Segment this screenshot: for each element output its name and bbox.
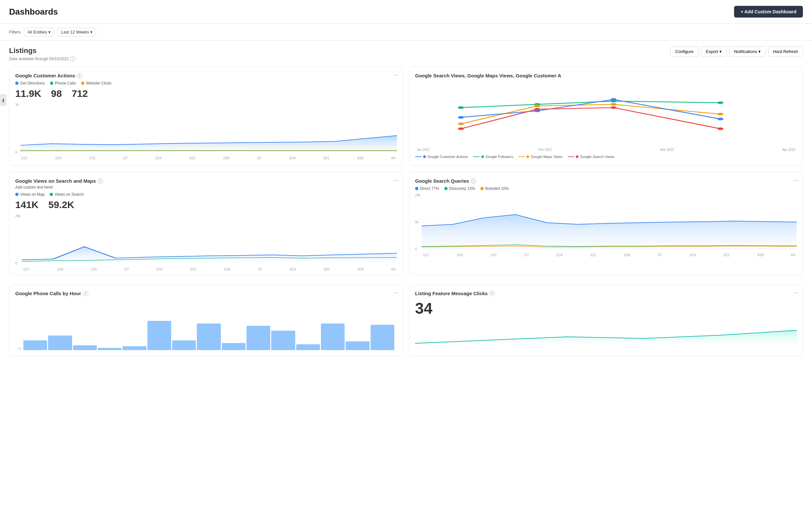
customer-actions-card: ··· Google Customer Actions i Get Direct… bbox=[9, 66, 403, 165]
svg-point-10 bbox=[458, 116, 464, 119]
bar-12 bbox=[321, 323, 345, 350]
legend-website-clicks: Website Clicks bbox=[81, 81, 111, 85]
search-views-title: Google Search Views, Google Maps Views, … bbox=[415, 73, 797, 78]
bar-7 bbox=[197, 323, 221, 350]
notifications-button[interactable]: Notifications ▾ bbox=[729, 47, 765, 57]
customer-actions-x-labels: 1/17 1/24 1/31 2/7 2/14 2/21 2/28 3/7 3/… bbox=[20, 155, 397, 160]
search-queries-x-labels: 1/17 1/24 1/31 2/7 2/14 2/21 2/28 3/7 3/… bbox=[422, 252, 797, 257]
all-entities-select[interactable]: All Entities ▾ bbox=[24, 28, 54, 36]
search-queries-more-button[interactable]: ··· bbox=[793, 177, 798, 184]
period-select[interactable]: Last 12 Weeks ▾ bbox=[57, 28, 96, 36]
legend-search-views: Google Search Views bbox=[568, 155, 614, 159]
search-queries-legend: Direct 77% Discovery 13% Branded 10% bbox=[415, 186, 797, 191]
bar-9 bbox=[246, 326, 270, 350]
svg-point-9 bbox=[718, 113, 724, 115]
search-views-svg bbox=[415, 82, 797, 146]
search-queries-info-icon: i bbox=[471, 179, 476, 184]
svg-point-14 bbox=[458, 128, 464, 130]
legend-direct: Direct 77% bbox=[415, 186, 439, 191]
legend-discovery: Discovery 13% bbox=[444, 186, 475, 191]
bar-2 bbox=[73, 345, 97, 350]
customer-actions-more-button[interactable]: ··· bbox=[393, 72, 398, 78]
views-chart-container: 20k 0 bbox=[15, 214, 397, 271]
phone-calls-y-axis: 10 bbox=[18, 301, 21, 350]
listing-feature-card: ··· Listing Feature Message Clicks i 34 bbox=[409, 285, 803, 356]
svg-point-2 bbox=[458, 106, 464, 109]
listing-feature-svg bbox=[415, 321, 797, 347]
bar-13 bbox=[346, 341, 369, 350]
main-content: ❮ Listings Data available through 04/10/… bbox=[0, 40, 812, 366]
listing-feature-chart-area bbox=[415, 321, 797, 347]
bar-0 bbox=[23, 341, 47, 350]
listing-feature-more-button[interactable]: ··· bbox=[793, 289, 798, 296]
search-queries-svg bbox=[422, 193, 797, 252]
search-queries-title: Google Search Queries i bbox=[415, 178, 797, 184]
section-subtitle: Data available through 04/10/2022 i bbox=[9, 56, 75, 61]
page-title: Dashboards bbox=[9, 7, 58, 17]
search-views-x-labels: Jan 2022 Feb 2022 Mar 2022 Apr 2022 bbox=[415, 148, 797, 152]
customer-actions-chart: 1/17 1/24 1/31 2/7 2/14 2/21 2/28 3/7 3/… bbox=[20, 103, 397, 160]
views-y-axis: 20k 0 bbox=[15, 214, 22, 271]
bar-5 bbox=[147, 321, 171, 350]
top-bar: Dashboards + Add Custom Dashboard bbox=[0, 0, 812, 24]
legend-get-directions: Get Directions bbox=[15, 81, 45, 85]
search-queries-y-axis: 10k 5k 0 bbox=[415, 193, 422, 257]
phone-calls-bar-chart: 10 bbox=[15, 301, 397, 350]
bar-14 bbox=[371, 325, 394, 350]
bar-8 bbox=[222, 343, 245, 350]
legend-maps-views: Google Maps Views bbox=[518, 155, 562, 159]
collapse-button[interactable]: ❮ bbox=[0, 94, 6, 106]
listing-feature-value: 34 bbox=[415, 299, 797, 317]
bottom-section: ··· Google Phone Calls by Hour i 10 bbox=[0, 285, 812, 356]
svg-point-7 bbox=[534, 105, 541, 107]
views-chart-area bbox=[22, 214, 397, 266]
svg-marker-21 bbox=[422, 215, 797, 249]
svg-point-6 bbox=[458, 123, 464, 125]
views-svg bbox=[22, 214, 397, 266]
configure-button[interactable]: Configure bbox=[670, 47, 698, 57]
section-header: Listings Data available through 04/10/20… bbox=[0, 40, 812, 63]
search-views-legend: Google Customer Actions Google Followers… bbox=[415, 155, 797, 159]
filters-label: Filters bbox=[9, 30, 21, 34]
metric-get-directions: 11.9K bbox=[15, 88, 41, 99]
metric-phone-calls: 98 bbox=[51, 88, 62, 99]
customer-actions-info-icon: i bbox=[77, 73, 82, 78]
section-title-group: Listings Data available through 04/10/20… bbox=[9, 47, 75, 61]
metric-views-map: 141K bbox=[15, 199, 39, 210]
search-queries-card: ··· Google Search Queries i Direct 77% D… bbox=[409, 172, 803, 275]
legend-views-map: Views on Map bbox=[15, 192, 45, 197]
phone-calls-more-button[interactable]: ··· bbox=[393, 289, 398, 296]
views-search-maps-info-icon: i bbox=[98, 179, 103, 184]
bar-6 bbox=[172, 341, 196, 350]
add-custom-dashboard-button[interactable]: + Add Custom Dashboard bbox=[734, 6, 803, 18]
y-axis: 1k 0 bbox=[15, 103, 20, 160]
views-chart: 1/17 1/24 1/31 2/7 2/14 2/21 2/28 3/7 3/… bbox=[22, 214, 397, 271]
views-custom-text: Add custom test here! bbox=[15, 185, 397, 190]
listing-feature-info-icon: i bbox=[490, 291, 495, 296]
listing-feature-title: Listing Feature Message Clicks i bbox=[415, 291, 797, 296]
bar-3 bbox=[98, 348, 121, 350]
svg-point-5 bbox=[718, 102, 724, 104]
customer-actions-metrics: 11.9K 98 712 bbox=[15, 88, 397, 99]
export-button[interactable]: Export ▾ bbox=[701, 47, 727, 57]
section-actions: Configure Export ▾ Notifications ▾ Hard … bbox=[670, 47, 803, 57]
phone-calls-hour-card: ··· Google Phone Calls by Hour i 10 bbox=[9, 285, 403, 356]
legend-phone-calls: Phone Calls bbox=[50, 81, 76, 85]
phone-calls-info-icon: i bbox=[83, 291, 88, 296]
customer-actions-chart-container: 1k 0 bbox=[15, 103, 397, 160]
customer-actions-legend: Get Directions Phone Calls Website Click… bbox=[15, 81, 397, 85]
svg-point-17 bbox=[718, 128, 724, 130]
legend-branded: Branded 10% bbox=[481, 186, 509, 191]
views-search-maps-more-button[interactable]: ··· bbox=[393, 177, 398, 184]
views-search-maps-card: ··· Google Views on Search and Maps i Ad… bbox=[9, 172, 403, 275]
views-x-labels: 1/17 1/24 1/31 2/7 2/14 2/21 2/28 3/7 3/… bbox=[22, 266, 397, 271]
search-views-chart-area bbox=[415, 82, 797, 146]
search-queries-chart: 1/17 1/24 1/31 2/7 2/14 2/21 2/28 3/7 3/… bbox=[422, 193, 797, 257]
views-metrics: 141K 59.2K bbox=[15, 199, 397, 210]
legend-followers: Google Followers bbox=[473, 155, 514, 159]
second-charts-grid: ··· Google Views on Search and Maps i Ad… bbox=[0, 169, 812, 279]
hard-refresh-button[interactable]: Hard Refresh bbox=[768, 47, 803, 57]
search-views-card: Google Search Views, Google Maps Views, … bbox=[409, 66, 803, 165]
svg-point-8 bbox=[611, 103, 617, 106]
search-queries-chart-area bbox=[422, 193, 797, 252]
